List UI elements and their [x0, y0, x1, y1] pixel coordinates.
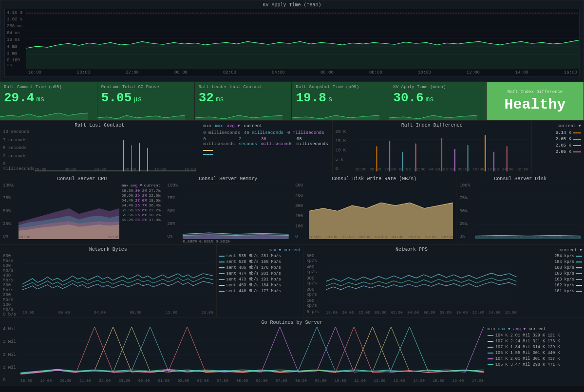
raft-chart-area: 20:00 00:00 04:00 08:00 12:00 16:00 [35, 130, 196, 171]
go-routines-title: Go Routines by Server [3, 320, 581, 325]
stat-label-raft-snapshot: Raft Snapshot Time (p99) [296, 85, 385, 90]
consul-disk-write-title: Consul Disk Write Rate (MB/s) [295, 176, 453, 182]
stat-value-raft-snapshot: 19.8 [296, 92, 326, 104]
stat-kv-apply-mean: KV Apply Time (mean) 30.6 ms [389, 82, 487, 120]
consul-row: Consul Server CPU 100% 75% 50% 25% 0% [0, 174, 584, 245]
svg-marker-8 [0, 113, 88, 120]
stat-label-raft-commit: Raft Commit Time (p95) [4, 85, 93, 90]
stat-raft-snapshot: Raft Snapshot Time (p99) 19.8 s [292, 82, 389, 120]
kv-apply-time-title: KV Apply Time (mean) [4, 2, 580, 8]
raft-middle-row: Raft Last Contact 10 seconds 7 seconds 5… [0, 121, 584, 174]
dashboard: KV Apply Time (mean) 4.10 s 1.02 s 256 m… [0, 0, 584, 392]
consul-disk-write-panel: Consul Disk Write Rate (MB/s) 500 400 30… [292, 174, 456, 244]
stat-unit-kv-apply: ms [426, 95, 434, 103]
stat-gc-pause: Runtime Total GC Pause 5.05 μs [97, 82, 195, 120]
network-bytes-panel: Network Bytes 600 Mb/s 500 Mb/s 400 Mb/s… [0, 245, 217, 317]
raft-x-labels: 20:00 00:00 04:00 08:00 12:00 16:00 [35, 167, 196, 171]
stat-raft-commit-time: Raft Commit Time (p95) 29.4 ms [0, 82, 97, 120]
raft-last-contact-title: Raft Last Contact [3, 123, 196, 128]
raft-index-title: Raft Index Difference [336, 123, 528, 128]
network-bytes-title: Network Bytes [3, 247, 213, 252]
network-bytes-legend: max ▼ current sent 535 Mb/s 281 Mb/s sen… [217, 245, 304, 317]
raft-contact-stats: min max avg ▼ current 0 milliseconds 46 … [199, 121, 332, 174]
stat-label-kv-apply: KV Apply Time (mean) [393, 85, 482, 90]
chart-plot-area [26, 9, 579, 69]
consul-cpu-title: Consul Server CPU [3, 176, 161, 182]
stat-unit-raft-snapshot: s [328, 95, 332, 103]
network-pps-legend: current ▼ 254 kp/s 184 kp/s 168 kp/s 166… [520, 245, 584, 317]
network-pps-title: Network PPS [306, 247, 517, 252]
kv-apply-time-section: KV Apply Time (mean) 4.10 s 1.02 s 256 m… [0, 0, 584, 82]
svg-marker-7 [26, 40, 579, 69]
stat-raft-leader: Raft Leader Last Contact 32 ms [195, 82, 292, 120]
svg-marker-9 [97, 115, 185, 120]
stat-raft-index-healthy: Raft Index Difference Healthy [487, 82, 584, 120]
consul-cpu-panel: Consul Server CPU 100% 75% 50% 25% 0% [0, 174, 164, 244]
consul-memory-panel: Consul Server Memory 100% 75% 50% 25% 0% [164, 174, 292, 244]
stat-value-gc-pause: 5.05 [101, 92, 132, 104]
consul-server-disk-title: Consul Server Disk [459, 176, 581, 182]
stat-value-kv-apply: 30.6 [393, 92, 423, 104]
raft-index-legend: current ▼ 6.14 K 2.05 K 2.05 K 2.05 K [532, 121, 584, 174]
stat-unit-gc-pause: μs [133, 95, 142, 103]
stat-value-raft-commit: 29.4 [4, 92, 34, 104]
raft-last-contact-content: 10 seconds 7 seconds 5 seconds 2 seconds… [3, 130, 196, 171]
consul-server-disk-panel: Consul Server Disk 100% 75% 50% 25% 0% [456, 174, 584, 244]
stat-value-healthy: Healthy [505, 96, 566, 113]
stat-label-raft-index: Raft Index Difference [508, 90, 563, 94]
stat-label-gc-pause: Runtime Total GC Pause [101, 85, 190, 90]
go-routines-legend: min max ▼ avg ▼ current 104 K 2.01 Mil 3… [484, 327, 581, 383]
consul-memory-title: Consul Server Memory [167, 176, 289, 182]
x-axis-labels: 18:00 20:00 22:00 00:00 02:00 04:00 06:0… [26, 69, 579, 76]
svg-marker-45 [309, 203, 453, 239]
raft-y-labels: 10 seconds 7 seconds 5 seconds 2 seconds… [3, 130, 35, 171]
kv-apply-time-chart: 4.10 s 1.02 s 256 ms 64 ms 16 ms 4 ms 1 … [4, 9, 580, 77]
stat-unit-raft-commit: ms [36, 95, 44, 103]
raft-last-contact-panel: Raft Last Contact 10 seconds 7 seconds 5… [0, 121, 199, 174]
raft-index-diff-panel: Raft Index Difference 20 K 15 K 10 K 5 K… [333, 121, 532, 174]
stat-label-raft-leader: Raft Leader Last Contact [199, 85, 288, 90]
y-axis-labels: 4.10 s 1.02 s 256 ms 64 ms 16 ms 4 ms 1 … [5, 9, 26, 69]
stat-value-raft-leader: 32 [199, 92, 214, 104]
network-row: Network Bytes 600 Mb/s 500 Mb/s 400 Mb/s… [0, 245, 584, 318]
network-pps-panel: Network PPS 500 kp/s 400 kp/s 300 kp/s 2… [303, 245, 520, 317]
stat-unit-raft-leader: ms [216, 95, 224, 103]
go-routines-panel: Go Routines by Server 4 Mil 3 Mil 2 Mil … [0, 318, 584, 386]
stats-row: Raft Commit Time (p95) 29.4 ms Runtime T… [0, 82, 584, 121]
